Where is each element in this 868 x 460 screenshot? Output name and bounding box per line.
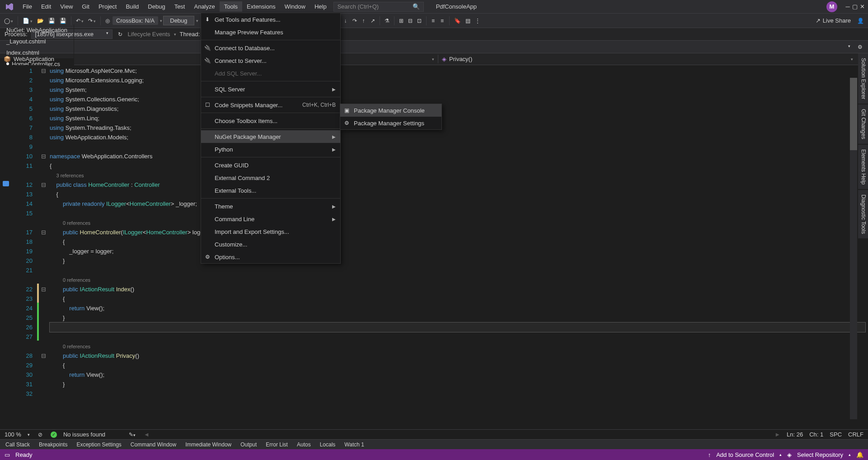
redo-icon[interactable]: ↷▾	[86, 16, 98, 26]
menu-debug[interactable]: Debug	[143, 1, 169, 12]
tools-menu-item[interactable]: Command Line▶	[201, 213, 340, 225]
bottom-tab[interactable]: Locals	[316, 440, 339, 449]
crossbox-dropdown[interactable]: CrossBox: N/A	[113, 16, 158, 25]
tools-menu-item[interactable]: ⬇Get Tools and Features...	[201, 13, 340, 26]
pen-icon[interactable]: ✎▾	[127, 430, 137, 440]
undo-icon[interactable]: ↶▾	[74, 16, 85, 26]
bottom-tab[interactable]: Autos	[293, 440, 314, 449]
maximize-button[interactable]: ▢	[851, 3, 859, 10]
side-tab[interactable]: Elements Help	[858, 145, 868, 189]
indent-icon-1[interactable]: ≡	[429, 16, 437, 26]
health-icon[interactable]: ⊘	[36, 430, 44, 440]
bookmark-icon[interactable]: 🔖	[452, 16, 463, 26]
method-icon: ◈	[442, 56, 446, 62]
format-icon-1[interactable]: ⊞	[397, 16, 405, 26]
vs-logo-icon	[5, 2, 14, 12]
bottom-tab[interactable]: Breakpoints	[35, 440, 71, 449]
tool-icon-1[interactable]: ⚗	[383, 16, 391, 26]
submenu-item[interactable]: ▣Package Manager Console	[340, 104, 441, 117]
menu-test[interactable]: Test	[170, 1, 190, 12]
menu-git[interactable]: Git	[77, 1, 94, 12]
bottom-tab[interactable]: Exception Settings	[73, 440, 125, 449]
step-icon[interactable]: ↗	[369, 16, 377, 26]
add-source-control[interactable]: Add to Source Control	[716, 451, 774, 458]
repo-icon: ◈	[787, 451, 792, 458]
account-icon[interactable]: 👤	[855, 16, 866, 26]
menu-build[interactable]: Build	[121, 1, 143, 12]
user-avatar[interactable]: M	[826, 1, 837, 12]
search-box[interactable]: Search (Ctrl+Q) 🔍	[333, 2, 424, 12]
menu-analyze[interactable]: Analyze	[189, 1, 219, 12]
target-icon[interactable]: ◎	[103, 16, 112, 26]
step-into-icon[interactable]: ↓	[342, 16, 350, 26]
line-ending[interactable]: CRLF	[848, 431, 863, 438]
bottom-panel-tabs: Call StackBreakpointsException SettingsC…	[0, 439, 868, 449]
search-icon: 🔍	[413, 3, 420, 10]
tools-menu-item[interactable]: ☐Code Snippets Manager...Ctrl+K, Ctrl+B	[201, 99, 340, 111]
bottom-tab[interactable]: Output	[237, 440, 260, 449]
notifications-icon[interactable]: 🔔	[856, 451, 863, 458]
annotation-icon[interactable]: ▤	[464, 16, 472, 26]
bottom-tab[interactable]: Immediate Window	[182, 440, 235, 449]
side-tab[interactable]: Diagnostic Tools	[858, 190, 868, 238]
scrollbar-thumb[interactable]	[850, 78, 857, 150]
indent-icon-2[interactable]: ≡	[438, 16, 446, 26]
select-repository[interactable]: Select Repository	[797, 451, 843, 458]
line-position[interactable]: Ln: 26	[787, 431, 803, 438]
lifecycle-icon[interactable]: ↻	[116, 29, 124, 39]
menu-window[interactable]: Window	[280, 1, 310, 12]
tools-menu-item[interactable]: External Command 2	[201, 171, 340, 184]
zoom-level[interactable]: 100 %	[5, 431, 21, 438]
tools-menu-item[interactable]: SQL Server▶	[201, 83, 340, 95]
side-tab[interactable]: Solution Explorer	[858, 53, 868, 104]
tab-dropdown-icon[interactable]: ▾	[845, 42, 853, 52]
tools-menu-item[interactable]: Theme▶	[201, 200, 340, 213]
line-numbers: 1234567891011121314151718192021222324252…	[12, 65, 37, 429]
tools-menu-item[interactable]: ⚙Options...	[201, 251, 340, 263]
tools-menu-item[interactable]: Manage Preview Features	[201, 26, 340, 38]
step-out-icon[interactable]: ↑	[360, 16, 368, 26]
vertical-scrollbar[interactable]	[850, 78, 857, 419]
close-button[interactable]: ✕	[859, 3, 866, 10]
bottom-tab[interactable]: Call Stack	[2, 440, 33, 449]
tab-0[interactable]: NuGet: WebApplication	[0, 24, 74, 36]
tools-menu-item[interactable]: Import and Export Settings...	[201, 225, 340, 238]
marker-icon[interactable]: ⋮	[473, 16, 482, 26]
tools-menu-item[interactable]: NuGet Package Manager▶	[201, 130, 340, 143]
code-area[interactable]: using Microsoft.AspNetCore.Mvc;using Mic…	[47, 65, 868, 429]
tools-menu-item[interactable]: 🔌Connect to Server...	[201, 54, 340, 67]
submenu-item[interactable]: ⚙Package Manager Settings	[340, 117, 441, 129]
nav-member-dropdown[interactable]: ◈ Privacy() ▾ ⊞	[438, 53, 868, 65]
status-ready-icon: ▭	[5, 451, 10, 458]
bottom-tab[interactable]: Watch 1	[341, 440, 368, 449]
format-icon-2[interactable]: ⊟	[406, 16, 414, 26]
indent-mode[interactable]: SPC	[830, 431, 842, 438]
menu-extensions[interactable]: Extensions	[242, 1, 280, 12]
minimize-button[interactable]: ─	[844, 3, 851, 10]
tools-menu-item[interactable]: Choose Toolbox Items...	[201, 114, 340, 127]
bottom-tab[interactable]: Error List	[262, 440, 291, 449]
menu-view[interactable]: View	[56, 1, 77, 12]
menu-help[interactable]: Help	[310, 1, 331, 12]
tools-menu-item[interactable]: 🔌Connect to Database...	[201, 42, 340, 54]
step-over-icon[interactable]: ↷	[351, 16, 359, 26]
char-position[interactable]: Ch: 1	[809, 431, 823, 438]
bottom-tab[interactable]: Command Window	[127, 440, 180, 449]
config-dropdown[interactable]: Debug	[163, 16, 194, 25]
menu-project[interactable]: Project	[94, 1, 121, 12]
issues-text[interactable]: No issues found	[63, 431, 105, 438]
format-icon-3[interactable]: ⊡	[415, 16, 423, 26]
tools-menu-item[interactable]: Create GUID	[201, 159, 340, 171]
tools-menu-item[interactable]: External Tools...	[201, 184, 340, 197]
menu-edit[interactable]: Edit	[37, 1, 56, 12]
tab-1[interactable]: _Layout.cshtml	[0, 36, 74, 47]
liveshare-icon: ↗	[816, 17, 821, 24]
menu-tools[interactable]: Tools	[220, 1, 242, 12]
liveshare-button[interactable]: ↗ Live Share	[812, 16, 854, 25]
side-tab[interactable]: Git Changes	[858, 104, 868, 144]
menu-file[interactable]: File	[18, 1, 37, 12]
check-icon: ✓	[51, 432, 57, 438]
tools-menu-item[interactable]: Customize...	[201, 238, 340, 251]
tools-menu-item[interactable]: Python▶	[201, 143, 340, 156]
tab-settings-icon[interactable]: ⚙	[856, 42, 864, 52]
